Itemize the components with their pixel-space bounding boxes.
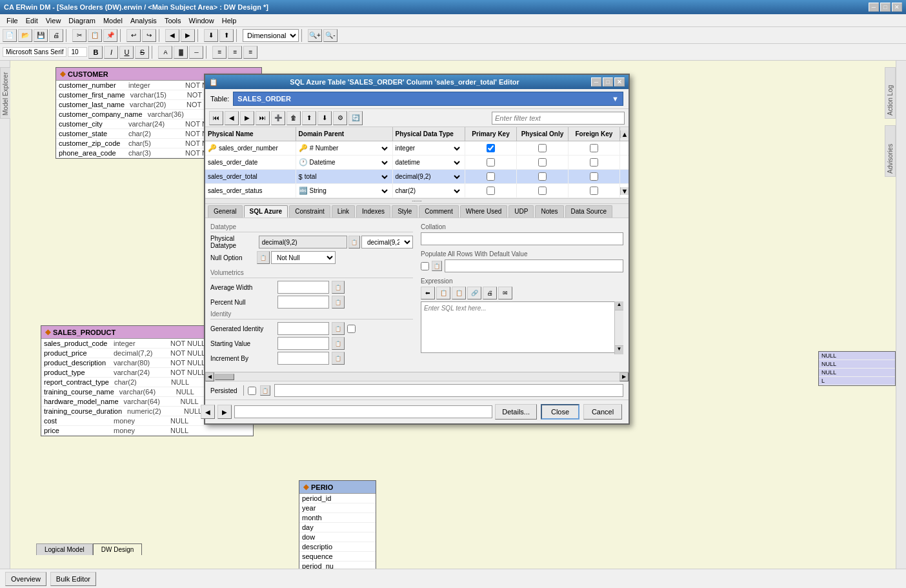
tab-notes[interactable]: Notes — [535, 205, 563, 218]
cell-physonly-1[interactable] — [517, 141, 569, 155]
populate-checkbox[interactable] — [421, 262, 429, 270]
grid-row-1[interactable]: 🔑 sales_order_number 🔑 # Number ▼ intege… — [205, 141, 629, 156]
cell-physonly-3[interactable] — [517, 170, 569, 183]
populate-icon-btn[interactable]: 📋 — [432, 261, 442, 271]
null-option-icon-btn[interactable]: 📋 — [257, 251, 270, 264]
tab-data-source[interactable]: Data Source — [565, 205, 613, 218]
underline-btn[interactable]: U — [119, 46, 134, 59]
bulk-editor-btn[interactable]: Bulk Editor — [50, 572, 96, 586]
align-center-btn[interactable]: ≡ — [228, 46, 242, 59]
menu-analysis[interactable]: Analysis — [126, 15, 161, 26]
populate-input[interactable] — [445, 259, 623, 272]
cell-pk-1[interactable] — [465, 141, 517, 155]
modal-tb-refresh[interactable]: 🔄 — [348, 111, 363, 125]
font-size[interactable]: 10 — [68, 47, 87, 57]
menu-edit[interactable]: Edit — [22, 15, 42, 26]
font-family[interactable]: Microsoft Sans Serif — [3, 47, 66, 57]
footer-nav-left[interactable]: ◀ — [201, 405, 215, 419]
modal-tb-delete[interactable]: 🗑 — [287, 111, 301, 125]
domain-dropdown-2[interactable]: ▼ — [381, 158, 390, 167]
hscroll-thumb[interactable] — [215, 374, 234, 380]
fwd-btn[interactable]: ▶ — [181, 29, 195, 42]
starting-value-input[interactable] — [277, 337, 329, 350]
grid-row-4[interactable]: sales_order_status 🔤 String ▼ char(2) ▼ … — [205, 184, 629, 198]
pk-checkbox-3[interactable] — [487, 172, 495, 181]
cut-btn[interactable]: ✂ — [72, 29, 86, 42]
fk-checkbox-1[interactable] — [590, 144, 598, 152]
grid-row-3[interactable]: sales_order_total $ total ▼ decimal(9,2)… — [205, 170, 629, 184]
footer-nav-right[interactable]: ▶ — [217, 405, 232, 419]
pk-checkbox-1[interactable] — [487, 144, 495, 152]
modal-tb-next[interactable]: ▶ — [240, 111, 254, 125]
action-log-label[interactable]: Action Log — [885, 67, 896, 119]
gen-id-icon-btn[interactable]: 📋 — [332, 322, 345, 335]
undo-btn[interactable]: ↩ — [126, 29, 141, 42]
modal-minimize-btn[interactable]: ─ — [591, 77, 601, 86]
cell-physonly-4[interactable] — [517, 184, 569, 198]
modal-tb-first[interactable]: ⏮ — [209, 111, 223, 125]
strikethrough-btn[interactable]: S — [135, 46, 149, 59]
pk-checkbox-4[interactable] — [487, 187, 495, 195]
canvas[interactable]: ◆ CUSTOMER customer_numberintegerNOT NUL… — [10, 61, 896, 588]
domain-dropdown-1[interactable]: ▼ — [381, 144, 390, 153]
cell-physonly-2[interactable] — [517, 156, 569, 169]
footer-text-input[interactable] — [234, 405, 492, 418]
details-btn[interactable]: Details... — [495, 404, 537, 420]
grid-scroll-down[interactable]: ▼ — [620, 187, 629, 195]
expr-btn-1[interactable]: ⬅ — [421, 287, 435, 299]
table-dropdown[interactable]: SALES_ORDER ▼ — [233, 92, 623, 106]
advisories-label[interactable]: Advisories — [885, 125, 896, 177]
cell-pk-4[interactable] — [465, 184, 517, 198]
bottom-tab-logical[interactable]: Logical Model — [36, 543, 93, 555]
resize-handle[interactable]: ········ — [205, 199, 629, 204]
bold-btn[interactable]: B — [88, 46, 103, 59]
minimize-btn[interactable]: ─ — [869, 3, 879, 12]
modal-restore-btn[interactable]: □ — [603, 77, 613, 86]
modal-tb-up[interactable]: ⬆ — [302, 111, 316, 125]
fill-color-btn[interactable]: ▓ — [174, 46, 188, 59]
italic-btn[interactable]: I — [104, 46, 118, 59]
physical-datatype-input[interactable] — [259, 236, 347, 248]
domain-dropdown-3[interactable]: ▼ — [381, 172, 390, 181]
close-btn[interactable]: Close — [541, 404, 579, 420]
export-btn[interactable]: ⬆ — [219, 29, 234, 42]
expr-btn-2[interactable]: 📋 — [436, 287, 450, 299]
cell-fk-1[interactable] — [569, 141, 620, 155]
new-btn[interactable]: 📄 — [3, 29, 17, 42]
modal-tb-last[interactable]: ⏭ — [256, 111, 270, 125]
avg-width-icon-btn[interactable]: 📋 — [332, 281, 345, 294]
open-btn[interactable]: 📂 — [18, 29, 32, 42]
align-right-btn[interactable]: ≡ — [243, 46, 257, 59]
close-app-btn[interactable]: ✕ — [892, 3, 902, 12]
cell-fk-2[interactable] — [569, 156, 620, 169]
persisted-input[interactable] — [274, 384, 623, 397]
tab-where-used[interactable]: Where Used — [460, 205, 508, 218]
modal-tb-prev[interactable]: ◀ — [225, 111, 239, 125]
paste-btn[interactable]: 📌 — [103, 29, 117, 42]
cancel-btn[interactable]: Cancel — [583, 404, 622, 420]
modal-tb-down[interactable]: ⬇ — [317, 111, 332, 125]
physonly-checkbox-4[interactable] — [538, 187, 547, 195]
modal-close-btn[interactable]: ✕ — [614, 77, 625, 86]
domain-dropdown-4[interactable]: ▼ — [381, 187, 390, 196]
redo-btn[interactable]: ↪ — [142, 29, 156, 42]
collation-input[interactable] — [421, 232, 623, 245]
expression-textarea[interactable] — [421, 301, 623, 353]
menu-tools[interactable]: Tools — [161, 15, 185, 26]
dt-dropdown-1[interactable]: ▼ — [453, 144, 462, 153]
fk-checkbox-4[interactable] — [590, 187, 598, 195]
percent-null-icon-btn[interactable]: 📋 — [332, 296, 345, 309]
grid-row-2[interactable]: sales_order_date 🕐 Datetime ▼ datetime ▼ — [205, 156, 629, 170]
modal-tb-add[interactable]: ➕ — [271, 111, 285, 125]
model-explorer-label[interactable]: Model Explorer — [0, 67, 11, 119]
tab-sql-azure[interactable]: SQL Azure — [244, 205, 288, 218]
menu-file[interactable]: File — [3, 15, 22, 26]
font-color-btn[interactable]: A — [158, 46, 172, 59]
tab-constraint[interactable]: Constraint — [289, 205, 330, 218]
tab-link[interactable]: Link — [332, 205, 355, 218]
expr-btn-3[interactable]: 📋 — [452, 287, 466, 299]
dt-dropdown-2[interactable]: ▼ — [453, 158, 462, 167]
hscroll-left[interactable]: ◀ — [205, 372, 214, 381]
expr-btn-4[interactable]: 🔗 — [467, 287, 481, 299]
menu-window[interactable]: Window — [185, 15, 218, 26]
